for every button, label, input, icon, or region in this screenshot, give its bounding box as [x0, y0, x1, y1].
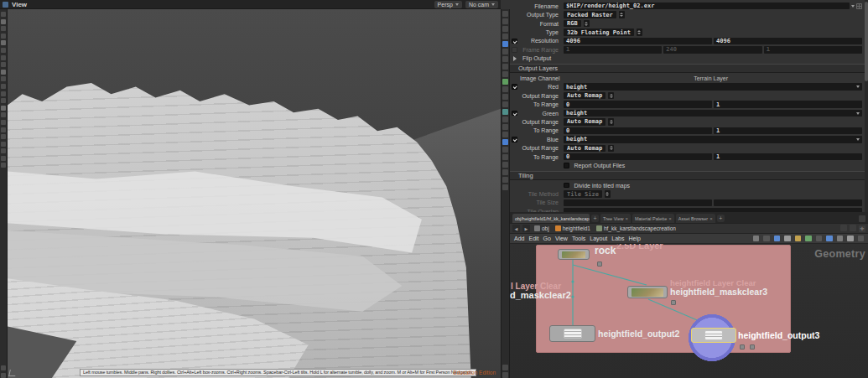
menu-spinner-icon[interactable] — [608, 92, 614, 100]
toolbar-icon[interactable] — [1, 142, 6, 147]
dropdown-arrow-icon[interactable] — [851, 5, 855, 8]
display-option-icon[interactable] — [502, 177, 508, 183]
display-option-icon[interactable] — [502, 79, 508, 85]
frame-inc-field[interactable]: 1 — [764, 46, 862, 54]
display-option-icon[interactable] — [502, 372, 508, 378]
camera-select-button[interactable]: No cam — [465, 1, 498, 8]
toolbar-icon[interactable] — [1, 156, 6, 161]
section-tiling[interactable]: Tiling — [510, 171, 868, 180]
toolbar-icon[interactable] — [1, 40, 6, 45]
green-to-min-field[interactable]: 0 — [564, 127, 712, 135]
display-option-icon[interactable] — [502, 71, 508, 77]
frame-start-field[interactable]: 1 — [564, 46, 662, 54]
report-output-checkbox[interactable] — [564, 163, 569, 168]
persp-view-button[interactable]: Persp — [434, 1, 462, 8]
format-menu[interactable]: RGB — [564, 20, 581, 28]
toolbar-icon[interactable] — [1, 70, 6, 75]
network-toolbar-icon[interactable] — [837, 236, 844, 242]
menu-spinner-icon[interactable] — [619, 11, 625, 18]
toolbar-icon[interactable] — [1, 106, 6, 111]
network-toolbar-icon[interactable] — [774, 236, 781, 242]
node-rock[interactable] — [558, 249, 590, 260]
blue-to-max-field[interactable]: 1 — [714, 153, 862, 161]
node-heightfield-output3[interactable] — [691, 328, 736, 343]
node-badge-icon[interactable] — [740, 344, 745, 350]
toolbar-icon[interactable] — [1, 48, 6, 53]
network-toolbar-icon[interactable] — [847, 236, 854, 242]
tab-tree-view[interactable]: Tree View × — [600, 214, 631, 223]
menu-spinner-icon[interactable] — [608, 118, 614, 126]
menu-spinner-icon[interactable] — [605, 190, 611, 198]
breadcrumb-heightfield1[interactable]: heightfield1 — [554, 225, 592, 231]
viewport-view-menu[interactable]: View — [12, 1, 27, 8]
network-toolbar-icon[interactable] — [763, 236, 770, 242]
display-option-icon[interactable] — [502, 11, 508, 17]
menu-labs[interactable]: Labs — [611, 236, 624, 241]
toolbar-icon[interactable] — [1, 62, 6, 67]
tab-network-path[interactable]: obj/heightfield1/hf_kk_karstlandscapecre… — [512, 214, 590, 223]
display-option-icon[interactable] — [502, 169, 508, 175]
toolbar-icon[interactable] — [1, 19, 6, 24]
file-chooser-icon[interactable] — [856, 3, 862, 9]
display-option-icon[interactable] — [502, 56, 508, 62]
forward-icon[interactable]: ▶ — [522, 225, 530, 232]
network-toolbar-icon[interactable] — [753, 236, 760, 242]
display-option-icon[interactable] — [502, 49, 508, 54]
tab-asset-browser[interactable]: Asset Browser × — [676, 214, 715, 223]
display-option-icon[interactable] — [502, 184, 508, 190]
display-option-icon[interactable] — [502, 117, 508, 122]
network-toolbar-icon[interactable] — [795, 236, 802, 242]
display-option-icon[interactable] — [502, 86, 508, 92]
collapse-arrow-icon[interactable] — [513, 56, 517, 61]
display-option-icon[interactable] — [502, 139, 508, 145]
blue-to-min-field[interactable]: 0 — [564, 153, 712, 161]
red-to-max-field[interactable]: 1 — [714, 101, 862, 108]
display-option-icon[interactable] — [502, 132, 508, 137]
breadcrumb-obj[interactable]: obj — [533, 225, 551, 231]
toolbar-icon[interactable] — [1, 134, 6, 139]
red-plane-field[interactable]: height — [564, 83, 862, 91]
dropdown-arrow-icon[interactable] — [856, 112, 860, 115]
toolbar-icon[interactable] — [1, 91, 6, 96]
display-option-icon[interactable] — [502, 162, 508, 168]
network-toolbar-icon[interactable] — [826, 236, 833, 242]
pin-icon[interactable]: ✛ — [859, 225, 865, 232]
new-tab-button[interactable]: + — [717, 215, 725, 222]
toolbar-icon[interactable] — [1, 163, 6, 168]
display-option-icon[interactable] — [502, 101, 508, 107]
close-icon[interactable]: × — [668, 216, 672, 221]
blue-range-menu[interactable]: Auto Remap — [564, 145, 606, 153]
red-checkbox[interactable] — [512, 84, 517, 90]
display-option-icon[interactable] — [502, 124, 508, 130]
green-plane-field[interactable]: height — [564, 110, 862, 117]
param-row-flip-output[interactable]: Flip Output — [510, 54, 868, 63]
tile-method-menu[interactable]: Tile Size — [564, 190, 602, 198]
resolution-x-field[interactable]: 4096 — [564, 38, 712, 45]
section-output-layers[interactable]: Output Layers — [510, 64, 868, 73]
network-toolbar-icon[interactable] — [858, 236, 865, 242]
resolution-y-field[interactable]: 4096 — [714, 38, 862, 45]
display-option-icon[interactable] — [502, 64, 508, 70]
network-toolbar-icon[interactable] — [805, 236, 812, 242]
filename-field[interactable]: $HIP/render/height_02.exr — [564, 3, 850, 10]
close-icon[interactable]: × — [625, 216, 628, 221]
frame-end-field[interactable]: 240 — [663, 46, 761, 54]
menu-layout[interactable]: Layout — [590, 236, 607, 241]
toolbar-icon[interactable] — [1, 84, 6, 89]
back-icon[interactable]: ◀ — [512, 225, 520, 232]
new-tab-button[interactable]: + — [591, 215, 599, 222]
output-type-menu[interactable]: Packed Raster — [564, 11, 616, 18]
toolbar-icon[interactable] — [1, 34, 6, 39]
menu-spinner-icon[interactable] — [608, 145, 614, 153]
tile-size-x-field[interactable] — [564, 199, 712, 207]
display-option-icon[interactable] — [502, 94, 508, 100]
node-badge-icon[interactable] — [597, 261, 602, 267]
dropdown-arrow-icon[interactable] — [856, 138, 860, 141]
node-badge-icon[interactable] — [750, 344, 755, 350]
display-option-icon[interactable] — [502, 34, 508, 39]
blue-plane-field[interactable]: height — [564, 136, 862, 143]
tile-size-y-field[interactable] — [714, 199, 862, 207]
display-option-icon[interactable] — [502, 154, 508, 160]
display-option-icon[interactable] — [502, 109, 508, 115]
menu-spinner-icon[interactable] — [637, 28, 642, 36]
